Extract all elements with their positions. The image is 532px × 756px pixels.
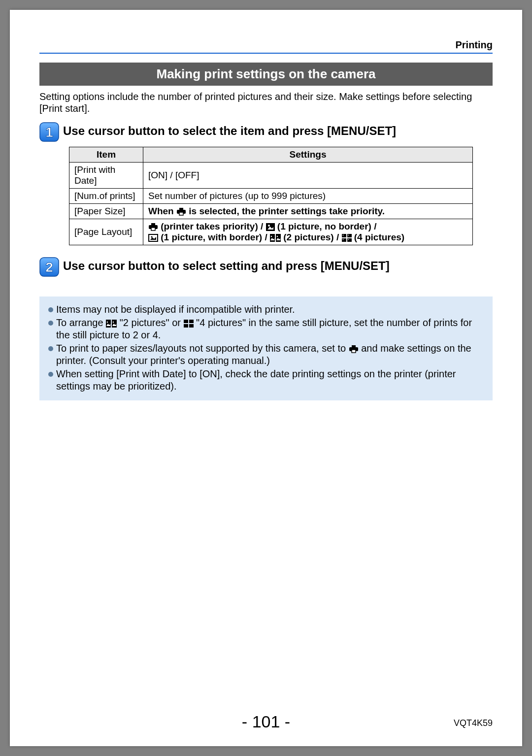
cell-item: [Print with Date] bbox=[69, 163, 143, 189]
svg-rect-14 bbox=[276, 234, 281, 242]
svg-point-21 bbox=[342, 235, 343, 236]
text: (2 pictures) / bbox=[281, 232, 342, 242]
text: To print to paper sizes/layouts not supp… bbox=[56, 343, 349, 354]
svg-rect-5 bbox=[151, 223, 155, 225]
svg-rect-37 bbox=[352, 350, 356, 353]
col-header-item: Item bbox=[69, 147, 143, 163]
notes-box: Items may not be displayed if incompatib… bbox=[39, 296, 493, 400]
cell-setting: Set number of pictures (up to 999 pictur… bbox=[143, 189, 473, 204]
cell-item: [Paper Size] bbox=[69, 204, 143, 219]
svg-rect-31 bbox=[184, 320, 188, 323]
step-1-text: Use cursor button to select the item and… bbox=[63, 122, 396, 138]
text: (printer takes priority) / bbox=[158, 221, 266, 231]
note-text: To arrange "2 pictures" or "4 pictures" … bbox=[56, 317, 484, 341]
step-2: 2 Use cursor button to select setting an… bbox=[39, 257, 493, 277]
svg-point-29 bbox=[107, 322, 108, 323]
text: To arrange bbox=[56, 317, 106, 328]
note-item: To print to paper sizes/layouts not supp… bbox=[48, 342, 484, 367]
svg-rect-20 bbox=[347, 238, 352, 242]
table-row: [Page Layout] (printer takes priority) /… bbox=[69, 219, 473, 245]
note-text: To print to paper sizes/layouts not supp… bbox=[56, 342, 484, 367]
svg-point-22 bbox=[348, 235, 349, 236]
four-pics-icon bbox=[184, 320, 194, 328]
svg-text:2: 2 bbox=[45, 260, 53, 275]
section-label: Printing bbox=[39, 39, 493, 51]
one-pic-border-icon bbox=[148, 234, 158, 242]
cell-item: [Page Layout] bbox=[69, 219, 143, 245]
svg-rect-4 bbox=[179, 212, 183, 215]
text: is selected, the printer settings take p… bbox=[186, 206, 385, 216]
svg-rect-7 bbox=[151, 228, 155, 230]
note-item: To arrange "2 pictures" or "4 pictures" … bbox=[48, 317, 484, 341]
svg-point-24 bbox=[348, 239, 349, 240]
svg-rect-35 bbox=[352, 345, 356, 347]
col-header-settings: Settings bbox=[143, 147, 473, 163]
two-pics-icon bbox=[106, 320, 117, 328]
svg-rect-19 bbox=[342, 238, 346, 242]
cell-setting: [ON] / [OFF] bbox=[143, 163, 473, 189]
printer-icon bbox=[176, 208, 186, 216]
bullet-icon bbox=[48, 346, 53, 351]
text: "2 pictures" or bbox=[117, 317, 183, 328]
text: When bbox=[148, 206, 176, 216]
svg-rect-28 bbox=[112, 320, 117, 328]
bullet-icon bbox=[48, 372, 53, 377]
bullet-icon bbox=[48, 321, 53, 326]
bullet-icon bbox=[48, 307, 53, 312]
svg-rect-32 bbox=[189, 320, 194, 323]
svg-rect-2 bbox=[179, 208, 183, 210]
printer-icon bbox=[349, 345, 359, 353]
svg-point-30 bbox=[113, 322, 114, 323]
table-row: [Num.of prints] Set number of pictures (… bbox=[69, 189, 473, 204]
note-item: Items may not be displayed if incompatib… bbox=[48, 303, 484, 316]
svg-rect-17 bbox=[342, 234, 346, 237]
svg-point-9 bbox=[268, 225, 270, 227]
note-text: When setting [Print with Date] to [ON], … bbox=[56, 368, 484, 393]
step-1-icon: 1 bbox=[39, 122, 59, 142]
settings-table: Item Settings [Print with Date] [ON] / [… bbox=[69, 147, 473, 245]
table-row: [Print with Date] [ON] / [OFF] bbox=[69, 163, 473, 189]
step-2-icon: 2 bbox=[39, 257, 59, 277]
text: (1 picture, with border) / bbox=[158, 232, 270, 242]
header-rule bbox=[39, 53, 493, 54]
svg-rect-34 bbox=[189, 324, 194, 328]
svg-rect-33 bbox=[184, 324, 188, 328]
cell-item: [Num.of prints] bbox=[69, 189, 143, 204]
printer-icon bbox=[148, 223, 158, 231]
title-bar: Making print settings on the camera bbox=[39, 63, 493, 86]
svg-rect-18 bbox=[347, 234, 352, 237]
two-pics-icon bbox=[270, 234, 281, 242]
text: (1 picture, no border) / bbox=[275, 221, 377, 231]
table-row: [Paper Size] When is selected, the print… bbox=[69, 204, 473, 219]
svg-point-15 bbox=[271, 236, 272, 237]
page-number: - 101 - bbox=[39, 712, 493, 731]
intro-text: Setting options include the number of pr… bbox=[39, 91, 493, 114]
note-text: Items may not be displayed if incompatib… bbox=[56, 303, 484, 316]
one-pic-noborder-icon bbox=[266, 223, 275, 231]
four-pics-icon bbox=[342, 234, 352, 242]
note-item: When setting [Print with Date] to [ON], … bbox=[48, 368, 484, 393]
cell-setting: When is selected, the printer settings t… bbox=[143, 204, 473, 219]
svg-rect-13 bbox=[270, 234, 275, 242]
step-1: 1 Use cursor button to select the item a… bbox=[39, 122, 493, 142]
svg-text:1: 1 bbox=[45, 125, 53, 140]
cell-setting: (printer takes priority) / (1 picture, n… bbox=[143, 219, 473, 245]
step-2-text: Use cursor button to select setting and … bbox=[63, 257, 390, 273]
svg-point-23 bbox=[342, 239, 343, 240]
document-page: Printing Making print settings on the ca… bbox=[10, 10, 522, 746]
svg-point-16 bbox=[277, 236, 278, 237]
page-footer: - 101 - VQT4K59 bbox=[39, 712, 493, 731]
doc-id: VQT4K59 bbox=[454, 718, 493, 728]
svg-rect-27 bbox=[106, 320, 111, 328]
text: (4 pictures) bbox=[352, 232, 405, 242]
